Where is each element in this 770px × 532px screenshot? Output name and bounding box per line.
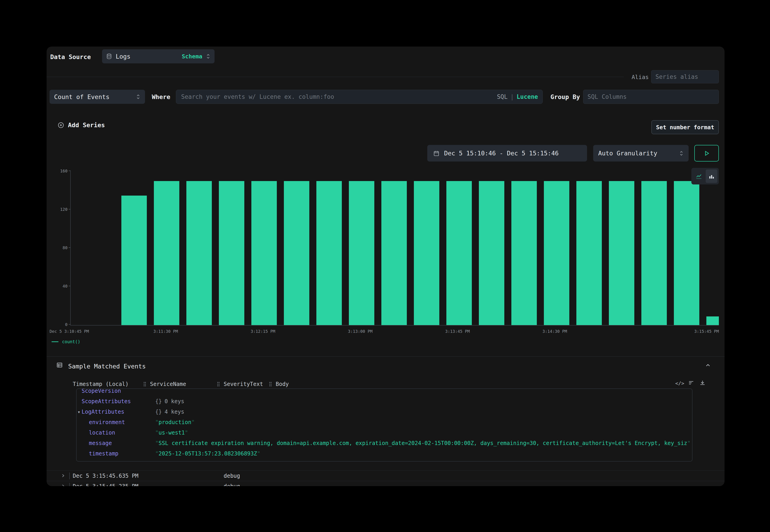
chart-legend: count() xyxy=(52,339,80,344)
chart-explorer-panel: Data Source Logs Schema Alias Count of E… xyxy=(47,47,725,486)
column-header-timestamp[interactable]: Timestamp (Local) xyxy=(73,381,129,387)
download-button[interactable] xyxy=(699,380,706,387)
bar xyxy=(381,181,407,325)
bar-plot xyxy=(71,172,719,325)
bar-chart-icon xyxy=(708,173,715,180)
json-row: ScopeVersion xyxy=(77,388,692,396)
bar xyxy=(511,181,537,325)
bar-chart-toggle[interactable] xyxy=(706,169,717,183)
x-axis-tick: 3:13:45 PM xyxy=(445,329,470,334)
data-source-value: Logs xyxy=(116,53,130,60)
bar xyxy=(479,181,504,325)
sql-toggle[interactable]: SQL xyxy=(497,93,508,100)
time-range-value: Dec 5 15:10:46 - Dec 5 15:15:46 xyxy=(444,150,559,157)
time-range-picker[interactable]: Dec 5 15:10:46 - Dec 5 15:15:46 xyxy=(427,145,587,162)
json-meta: {}4 keys xyxy=(155,407,184,417)
drag-handle-icon[interactable] xyxy=(143,381,147,388)
divider xyxy=(47,77,624,77)
event-detail-json: ScopeVersion ScopeAttributes {}0 keys ▼ … xyxy=(76,388,693,462)
collapse-section-button[interactable] xyxy=(705,362,711,370)
chevron-updown-icon xyxy=(206,53,210,59)
events-section-title: Sample Matched Events xyxy=(68,363,146,370)
aggregate-select[interactable]: Count of Events xyxy=(50,90,145,104)
database-icon xyxy=(106,53,112,59)
expand-triangle-icon[interactable]: ▼ xyxy=(78,407,80,417)
json-key[interactable]: timestamp xyxy=(89,448,118,459)
add-series-button[interactable]: Add Series xyxy=(57,122,105,129)
x-axis-tick: 3:13:00 PM xyxy=(348,329,372,334)
json-key[interactable]: message xyxy=(89,438,112,448)
calendar-icon xyxy=(433,150,440,157)
aggregate-value: Count of Events xyxy=(54,93,109,100)
bar xyxy=(251,181,277,325)
drag-handle-icon[interactable] xyxy=(269,381,272,388)
event-severity: debug xyxy=(224,473,240,479)
x-axis-tick: 3:11:30 PM xyxy=(153,329,178,334)
bar xyxy=(447,181,472,325)
braces-icon: {} xyxy=(155,409,162,415)
bar xyxy=(641,181,667,325)
download-icon xyxy=(699,380,706,386)
json-key[interactable]: LogAttributes xyxy=(82,407,124,417)
chevron-updown-icon xyxy=(136,94,140,100)
json-key[interactable]: environment xyxy=(89,417,125,428)
search-input[interactable] xyxy=(181,93,497,100)
bar xyxy=(674,181,699,325)
event-timestamp: Dec 5 3:15:45.235 PM xyxy=(73,483,138,486)
json-row: ▼ LogAttributes {}4 keys xyxy=(77,407,692,417)
column-header-body[interactable]: Body xyxy=(276,381,289,387)
json-row: message "SSL certificate expiration warn… xyxy=(77,438,692,448)
json-key[interactable]: ScopeVersion xyxy=(82,388,121,396)
chevron-right-icon[interactable] xyxy=(61,484,65,486)
search-field-wrap: SQL | Lucene xyxy=(176,90,543,104)
json-row: environment "production" xyxy=(77,417,692,428)
divider xyxy=(47,356,725,357)
bar xyxy=(544,181,569,325)
chevron-updown-icon xyxy=(679,150,684,156)
json-value: "2025-12-05T13:57:23.082306893Z" xyxy=(155,448,690,459)
granularity-value: Auto Granularity xyxy=(598,150,657,157)
json-key[interactable]: location xyxy=(89,428,115,438)
table-icon xyxy=(56,362,63,369)
column-header-servicename[interactable]: ServiceName xyxy=(150,381,186,387)
bar xyxy=(609,181,634,325)
bar xyxy=(121,196,147,325)
chevron-up-icon xyxy=(705,362,711,369)
x-axis-line xyxy=(70,325,719,326)
view-source-button[interactable]: </> xyxy=(675,380,684,386)
alias-input[interactable] xyxy=(651,70,719,83)
drag-handle-icon[interactable] xyxy=(216,381,220,388)
row-density-button[interactable] xyxy=(688,380,694,387)
group-by-input[interactable] xyxy=(583,90,719,104)
bar xyxy=(414,181,439,325)
column-header-severitytext[interactable]: SeverityText xyxy=(224,381,263,387)
schema-link[interactable]: Schema xyxy=(182,53,202,60)
event-timestamp: Dec 5 3:15:45.635 PM xyxy=(73,473,138,479)
alias-label: Alias xyxy=(632,74,649,80)
chevron-right-icon[interactable] xyxy=(61,473,65,479)
language-toggle: SQL | Lucene xyxy=(497,93,538,100)
toggle-separator: | xyxy=(510,93,514,100)
y-axis-tick: 40 xyxy=(47,284,67,288)
line-chart-toggle[interactable] xyxy=(693,169,705,183)
set-number-format-button[interactable]: Set number format xyxy=(651,120,719,134)
severity-indicator xyxy=(69,483,70,486)
json-row: location "us-west1" xyxy=(77,428,692,438)
bar xyxy=(154,181,179,325)
event-row[interactable]: Dec 5 3:15:45.635 PM debug xyxy=(47,470,725,481)
group-by-label: Group By xyxy=(551,90,580,104)
bar xyxy=(706,316,719,325)
data-source-select[interactable]: Logs Schema xyxy=(102,49,214,63)
event-row[interactable]: Dec 5 3:15:45.235 PM debug xyxy=(47,481,725,486)
json-value: "production" xyxy=(155,417,690,428)
braces-icon: {} xyxy=(155,398,162,405)
json-row: ScopeAttributes {}0 keys xyxy=(77,396,692,407)
json-key[interactable]: ScopeAttributes xyxy=(82,396,131,407)
run-query-button[interactable] xyxy=(694,145,719,162)
plus-circle-icon xyxy=(57,122,64,129)
granularity-select[interactable]: Auto Granularity xyxy=(593,145,689,162)
bar xyxy=(576,181,602,325)
y-axis-tick: 0 xyxy=(47,322,67,327)
lucene-toggle[interactable]: Lucene xyxy=(517,93,538,100)
lines-icon xyxy=(688,380,694,386)
